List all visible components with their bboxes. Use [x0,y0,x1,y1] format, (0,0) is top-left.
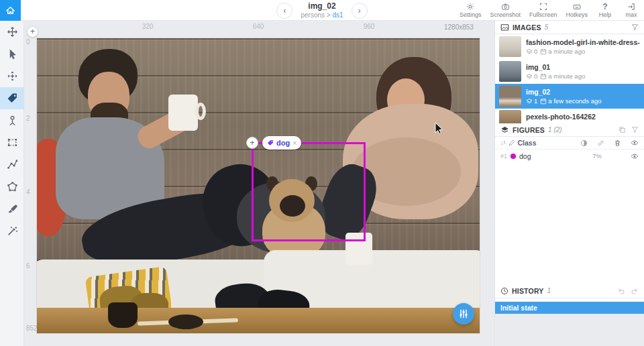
select-tool-button[interactable] [0,43,24,65]
figures-panel-title: FIGURES [513,126,545,134]
remove-label-icon[interactable]: × [292,139,297,147]
figure-id: #1 [500,153,507,160]
hotkeys-button[interactable]: Hotkeys [566,3,588,18]
ruler-bottom-label: 852 [26,325,38,332]
bbox-label-chip[interactable]: dog × [262,136,301,150]
fullscreen-button[interactable]: Fullscreen [529,3,557,18]
figure-opacity: 7% [592,152,602,160]
image-list-item-selected[interactable]: img_02 1 a few seconds ago [495,84,644,109]
right-sidebar: IMAGES 5 fashion-model-girl-in-white-dre… [494,21,644,346]
image-title: img_02 [301,2,343,11]
drag-figure-tool-button[interactable] [0,65,24,87]
figures-count: 1 [534,97,537,105]
filter-icon[interactable] [631,126,639,133]
link-icon[interactable] [597,139,604,147]
bbox-tool-button[interactable] [0,131,24,154]
next-image-button[interactable]: › [352,3,368,19]
sidebar-bottom-area [495,314,644,346]
zoom-in-button[interactable]: + [27,26,38,38]
history-item-initial-state[interactable]: Initial state [495,302,644,314]
history-clock-icon [500,287,508,295]
photo-shape-dark-mug [108,302,138,328]
image-thumbnail [499,110,521,123]
move-tool-button[interactable] [0,21,24,43]
logout-icon [627,3,635,11]
polygon-tool-button[interactable] [0,176,24,198]
figures-icon [500,125,509,134]
image-size-badge: 1280x853 [444,23,474,31]
settings-button[interactable]: Settings [460,3,482,18]
breadcrumb-dataset[interactable]: ds1 [332,11,343,19]
pencil-icon [508,139,515,146]
point-icon [7,115,18,126]
screenshot-button[interactable]: Screenshot [490,3,521,18]
brush-tool-button[interactable] [0,198,24,220]
tag-tool-button[interactable] [0,87,24,109]
tag-icon [7,93,18,104]
figures-count: 0 [534,48,537,55]
image-name: fashion-model-girl-in-white-dress-hairst… [526,38,640,46]
hotkeys-label: Hotkeys [566,11,588,18]
tool-rail [0,21,24,346]
brush-icon [7,203,18,215]
keyboard-icon [572,3,582,11]
user-menu-button[interactable]: max [623,3,640,18]
image-meta: 0 a minute ago [526,48,640,55]
rectangle-icon [7,137,18,148]
image-time: a minute ago [548,72,585,80]
class-column-label: Class [518,139,537,147]
annotation-canvas[interactable]: 320 640 960 1280x853 0 2 4 6 852 + [24,21,494,346]
history-panel-title: HISTORY [512,287,544,295]
bbox-class-label: dog [276,139,290,147]
eye-icon[interactable] [631,139,639,147]
figures-empty-area [495,162,644,284]
tag-icon [267,139,274,146]
images-count: 5 [545,23,549,31]
polyline-tool-button[interactable] [0,154,24,176]
add-tag-button[interactable]: + [246,137,258,149]
history-panel-header[interactable]: HISTORY 1 [495,284,644,298]
help-button[interactable]: ? Help [596,3,614,18]
prev-image-button[interactable]: ‹ [276,3,292,19]
mouse-cursor [435,122,443,135]
username-label: max [625,11,637,18]
image-name: img_01 [526,63,585,71]
image-list-item[interactable]: img_01 0 a minute ago [495,59,644,84]
help-label: Help [599,11,612,18]
view-settings-fab[interactable] [453,303,474,325]
polygon-icon [7,181,18,192]
image-name: img_02 [526,88,602,96]
home-button[interactable] [0,0,21,21]
figure-row-dog[interactable]: #1 dog 7% [495,150,644,162]
photo-annotated-image[interactable]: + dog × [37,38,480,333]
home-icon [5,5,15,15]
bbox-dog[interactable]: + dog × [252,142,366,241]
figures-count-icon [526,98,533,105]
history-count: 1 [547,287,551,294]
drag-dots-icon [7,70,18,82]
trash-icon[interactable] [614,139,621,147]
image-list-item[interactable]: fashion-model-girl-in-white-dress-hairst… [495,34,644,59]
opacity-icon[interactable] [580,139,588,147]
photo-shape-man-mug [168,95,198,131]
image-list-item[interactable]: pexels-photo-164262 [495,109,644,123]
ruler-tick-label: 320 [136,23,159,30]
point-tool-button[interactable] [0,109,24,131]
ruler-tick-label: 960 [358,23,380,30]
figures-panel-header[interactable]: FIGURES 1 (2) [495,123,644,137]
copy-icon[interactable] [619,126,626,133]
sort-icon[interactable]: ↓¹ [500,139,506,146]
photo-shape-man-mug-handle [195,103,206,120]
figures-column-header: ↓¹ Class [495,137,644,150]
images-panel-header[interactable]: IMAGES 5 [495,21,644,34]
eye-icon[interactable] [631,152,639,160]
smart-tool-button[interactable] [0,220,24,242]
redo-icon[interactable] [631,287,639,295]
undo-icon[interactable] [617,287,625,295]
figures-count: 0 [534,72,537,80]
images-panel-title: IMAGES [513,23,541,32]
filter-icon[interactable] [631,23,639,31]
figures-count-icon [526,48,533,55]
ruler-tick-label: 2 [26,115,30,122]
image-meta: 0 a minute ago [526,72,585,80]
